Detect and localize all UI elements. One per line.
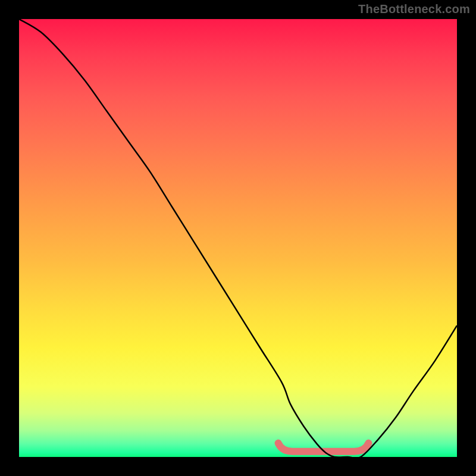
watermark-text: TheBottleneck.com (358, 2, 470, 16)
chart-container: TheBottleneck.com (0, 0, 476, 476)
plot-area (19, 19, 457, 457)
chart-svg (19, 19, 457, 457)
bottleneck-curve-line (19, 19, 457, 457)
